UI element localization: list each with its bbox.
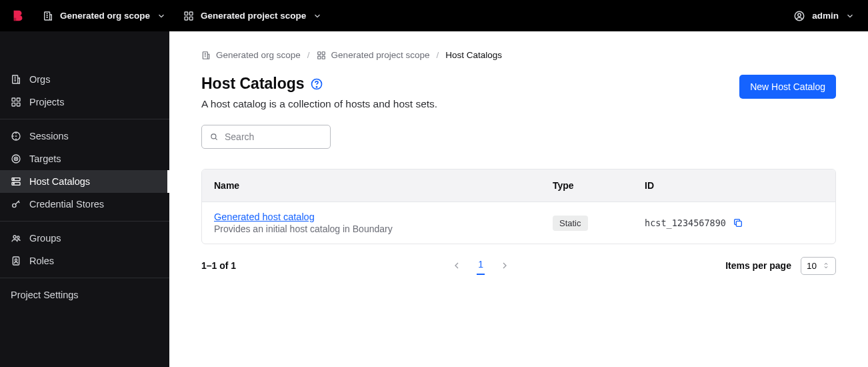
items-per-page-select[interactable]: 10 (801, 257, 836, 275)
svg-rect-27 (317, 51, 320, 54)
search-wrap (201, 125, 331, 149)
svg-rect-5 (189, 17, 193, 20)
breadcrumb: Generated org scope / Generated project … (201, 50, 836, 60)
svg-rect-29 (317, 56, 320, 59)
sidebar-item-projects[interactable]: Projects (0, 91, 169, 113)
type-badge: Static (553, 216, 588, 231)
sidebar: Orgs Projects Sessions Targets Host Cata… (0, 31, 169, 367)
page-header: Host Catalogs A host catalog is a collec… (201, 75, 836, 110)
pagination-controls: 1 (451, 256, 510, 275)
svg-rect-28 (322, 51, 325, 54)
user-menu[interactable]: admin (793, 10, 855, 22)
items-per-page-label: Items per page (725, 260, 791, 271)
svg-point-22 (13, 236, 16, 238)
page-number[interactable]: 1 (477, 256, 485, 275)
svg-rect-34 (736, 221, 741, 226)
svg-point-7 (798, 13, 801, 17)
sidebar-item-groups[interactable]: Groups (0, 227, 169, 250)
host-catalog-icon (11, 176, 21, 187)
th-name: Name (214, 180, 553, 191)
breadcrumb-org-label: Generated org scope (216, 50, 301, 60)
svg-rect-0 (14, 17, 17, 21)
sessions-icon (11, 131, 21, 141)
items-per-page: Items per page 10 (725, 257, 836, 275)
sidebar-item-targets[interactable]: Targets (0, 147, 169, 170)
items-per-page-value: 10 (807, 261, 817, 271)
breadcrumb-sep: / (307, 50, 310, 60)
copy-icon[interactable] (733, 218, 743, 228)
project-scope-selector[interactable]: Generated project scope (183, 11, 322, 21)
svg-point-20 (13, 184, 14, 184)
project-icon (11, 97, 21, 107)
svg-point-25 (15, 259, 17, 261)
svg-point-19 (13, 179, 14, 179)
sidebar-label: Orgs (29, 74, 50, 85)
sidebar-label: Groups (29, 233, 61, 244)
table-row: Generated host catalog Provides an initi… (202, 202, 835, 244)
sidebar-item-sessions[interactable]: Sessions (0, 125, 169, 147)
svg-rect-12 (17, 103, 20, 106)
svg-rect-4 (185, 17, 188, 20)
top-bar: Generated org scope Generated project sc… (0, 0, 868, 31)
org-icon (201, 51, 211, 60)
breadcrumb-sep: / (436, 50, 439, 60)
user-circle-icon (793, 10, 805, 22)
main-content: Generated org scope / Generated project … (169, 31, 868, 367)
project-icon (183, 11, 194, 21)
next-page-icon[interactable] (499, 260, 510, 271)
sidebar-label: Credential Stores (29, 199, 104, 210)
breadcrumb-project[interactable]: Generated project scope (317, 50, 430, 60)
svg-rect-30 (322, 56, 325, 59)
breadcrumb-project-label: Generated project scope (331, 50, 430, 60)
project-icon (317, 51, 326, 60)
sidebar-label: Targets (29, 153, 61, 164)
page-title: Host Catalogs (201, 75, 305, 93)
pagination-summary: 1–1 of 1 (201, 260, 236, 271)
search-input[interactable] (201, 125, 331, 149)
org-icon (11, 74, 21, 85)
th-type: Type (553, 180, 645, 191)
project-scope-label: Generated project scope (201, 11, 306, 21)
brand-logo-icon[interactable] (11, 9, 25, 23)
svg-rect-9 (12, 98, 15, 101)
sidebar-item-credential-stores[interactable]: Credential Stores (0, 193, 169, 216)
user-label: admin (812, 11, 839, 21)
breadcrumb-org[interactable]: Generated org scope (201, 50, 301, 60)
row-description: Provides an initial host catalog in Boun… (214, 224, 553, 234)
sidebar-label: Projects (29, 97, 64, 107)
sidebar-item-roles[interactable]: Roles (0, 250, 169, 272)
prev-page-icon[interactable] (451, 260, 462, 271)
help-icon[interactable] (310, 77, 323, 91)
sidebar-label: Project Settings (11, 290, 79, 300)
new-host-catalog-button[interactable]: New Host Catalog (739, 75, 836, 99)
svg-rect-10 (17, 98, 20, 101)
table-header: Name Type ID (202, 169, 835, 202)
key-icon (11, 199, 21, 210)
page-subtitle: A host catalog is a collection of hosts … (201, 98, 437, 110)
targets-icon (11, 153, 21, 164)
svg-point-33 (211, 134, 216, 139)
topbar-left: Generated org scope Generated project sc… (11, 9, 322, 23)
th-id: ID (645, 180, 823, 191)
breadcrumb-current: Host Catalogs (445, 50, 502, 60)
search-icon (209, 132, 219, 141)
svg-rect-11 (12, 103, 15, 106)
roles-icon (11, 256, 21, 266)
chevron-down-icon (845, 11, 855, 21)
groups-icon (11, 233, 21, 244)
chevron-down-icon (313, 11, 322, 21)
svg-point-23 (17, 236, 19, 238)
sidebar-item-project-settings[interactable]: Project Settings (0, 284, 169, 306)
svg-point-21 (13, 204, 16, 207)
sidebar-item-host-catalogs[interactable]: Host Catalogs (0, 170, 169, 193)
svg-rect-3 (189, 12, 193, 15)
row-id: hcst_1234567890 (645, 218, 726, 228)
sidebar-item-orgs[interactable]: Orgs (0, 68, 169, 91)
svg-point-32 (316, 86, 317, 87)
org-icon (43, 11, 53, 21)
svg-point-16 (15, 158, 16, 159)
org-scope-selector[interactable]: Generated org scope (43, 11, 166, 21)
row-name-link[interactable]: Generated host catalog (214, 212, 315, 222)
chevron-down-icon (157, 11, 166, 21)
pagination: 1–1 of 1 1 Items per page 10 (201, 256, 836, 275)
